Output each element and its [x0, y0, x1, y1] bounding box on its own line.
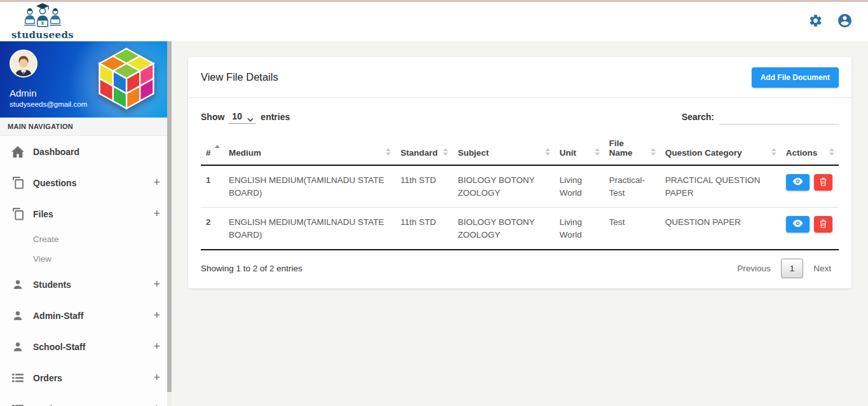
- col-header-question-category[interactable]: Question Category: [660, 133, 781, 165]
- cell-medium: ENGLISH MEDIUM(TAMILNADU STATE BOARD): [224, 208, 395, 250]
- trash-icon: [819, 219, 827, 230]
- copy-icon: [11, 177, 25, 189]
- col-header-num[interactable]: #: [201, 133, 224, 165]
- expand-plus-icon: +: [153, 176, 160, 189]
- sort-icons: [443, 148, 448, 156]
- top-bar: studuseeds: [0, 2, 868, 41]
- person-icon: [11, 310, 25, 321]
- sidebar-item-students[interactable]: Students +: [0, 269, 172, 300]
- col-header-file-name[interactable]: File Name: [604, 133, 660, 165]
- search-input[interactable]: [719, 109, 839, 125]
- sidebar: Admin studyseeds@gmail.com MAIN NAVIGATI…: [0, 41, 172, 406]
- expand-plus-icon: +: [153, 340, 160, 353]
- sidebar-item-admin-staff[interactable]: Admin-Staff +: [0, 300, 172, 331]
- sidebar-item-dashboard[interactable]: Dashboard: [0, 136, 172, 167]
- logo-text: studuseeds: [11, 29, 74, 41]
- delete-row-button[interactable]: [814, 174, 832, 191]
- expand-plus-icon: +: [153, 371, 160, 384]
- sort-icons: [386, 148, 391, 156]
- copy-icon: [11, 208, 25, 220]
- home-icon: [11, 146, 25, 158]
- cell-unit: Living World: [555, 165, 604, 208]
- cell-subject: BIOLOGY BOTONY ZOOLOGY: [452, 165, 554, 208]
- logo-icon: [22, 3, 64, 30]
- topbar-actions: [808, 13, 853, 30]
- page-length-select[interactable]: 10: [229, 110, 256, 124]
- page-1-button[interactable]: 1: [781, 259, 804, 278]
- page-title: View File Details: [201, 71, 278, 83]
- gear-icon: [808, 13, 823, 30]
- view-file-details-card: View File Details Add File Document Show…: [188, 57, 851, 288]
- view-row-button[interactable]: [786, 174, 810, 191]
- sort-icons: [651, 148, 656, 156]
- sort-icons: [545, 148, 550, 156]
- expand-plus-icon: +: [153, 402, 160, 406]
- col-header-unit[interactable]: Unit: [555, 133, 604, 165]
- account-circle-icon: [837, 13, 853, 30]
- sort-icons: [829, 148, 834, 156]
- table-footer: Showing 1 to 2 of 2 entries Previous 1 N…: [201, 250, 839, 288]
- cell-standard: 11th STD: [395, 165, 452, 208]
- pagination: Previous 1 Next: [729, 259, 839, 278]
- sort-icons: [771, 148, 776, 156]
- page-length-control: Show 10 entries: [201, 110, 290, 124]
- account-button[interactable]: [837, 13, 853, 30]
- next-page-button[interactable]: Next: [806, 259, 839, 278]
- sidebar-item-files[interactable]: Files +: [0, 198, 172, 229]
- person-icon: [11, 341, 25, 353]
- nav-section-label: MAIN NAVIGATION: [0, 118, 172, 136]
- table-header-row: # Medium Standard: [201, 133, 839, 165]
- eye-icon: [792, 177, 803, 187]
- sidebar-subitem-view[interactable]: View: [0, 249, 172, 269]
- col-header-standard[interactable]: Standard: [395, 133, 452, 165]
- sidebar-nav: Dashboard Questions + Files +: [0, 136, 172, 406]
- expand-plus-icon: +: [153, 278, 160, 291]
- col-header-subject[interactable]: Subject: [452, 133, 554, 165]
- profile-name: Admin: [10, 88, 162, 98]
- avatar: [10, 50, 37, 78]
- show-label: Show: [201, 112, 224, 122]
- cell-file-name: Practical-Test: [604, 165, 660, 208]
- add-file-document-button[interactable]: Add File Document: [752, 67, 839, 88]
- search-control: Search:: [682, 109, 839, 125]
- sidebar-item-settings[interactable]: Settings +: [0, 393, 172, 406]
- expand-plus-icon: +: [153, 207, 160, 220]
- table-row: 1 ENGLISH MEDIUM(TAMILNADU STATE BOARD) …: [201, 165, 839, 208]
- person-icon: [11, 279, 25, 290]
- eye-icon: [792, 219, 803, 229]
- table-info: Showing 1 to 2 of 2 entries: [201, 264, 302, 273]
- entries-label: entries: [261, 112, 290, 122]
- view-row-button[interactable]: [786, 216, 810, 233]
- cell-file-name: Test: [604, 208, 660, 250]
- list-icon: [11, 404, 25, 406]
- sidebar-item-orders[interactable]: Orders +: [0, 362, 172, 393]
- settings-button[interactable]: [808, 13, 823, 30]
- table-controls: Show 10 entries Search:: [201, 109, 839, 125]
- files-table: # Medium Standard: [201, 133, 839, 250]
- card-header: View File Details Add File Document: [188, 57, 851, 98]
- cell-subject: BIOLOGY BOTONY ZOOLOGY: [452, 208, 554, 250]
- cell-unit: Living World: [555, 208, 604, 250]
- sort-icons: [595, 148, 600, 156]
- main-content: View File Details Add File Document Show…: [172, 41, 868, 406]
- search-label: Search:: [682, 112, 714, 122]
- trash-icon: [819, 177, 827, 188]
- profile-banner: Admin studyseeds@gmail.com: [0, 41, 172, 118]
- row-actions: [786, 216, 834, 233]
- sidebar-scrollbar-thumb[interactable]: [167, 41, 172, 392]
- sidebar-item-questions[interactable]: Questions +: [0, 167, 172, 198]
- list-icon: [11, 373, 25, 383]
- sidebar-item-school-staff[interactable]: School-Staff +: [0, 331, 172, 362]
- logo-link[interactable]: studuseeds: [11, 3, 74, 41]
- sidebar-subitem-create[interactable]: Create: [0, 229, 172, 249]
- table-row: 2 ENGLISH MEDIUM(TAMILNADU STATE BOARD) …: [201, 208, 839, 250]
- previous-page-button[interactable]: Previous: [729, 259, 778, 278]
- col-header-actions[interactable]: Actions: [781, 133, 839, 165]
- cell-medium: ENGLISH MEDIUM(TAMILNADU STATE BOARD): [224, 165, 395, 208]
- sort-asc-icon: [215, 145, 220, 148]
- cell-standard: 11th STD: [395, 208, 452, 250]
- col-header-medium[interactable]: Medium: [224, 133, 395, 165]
- sidebar-scrollbar-track[interactable]: [167, 41, 172, 406]
- delete-row-button[interactable]: [814, 216, 832, 233]
- cell-question-category: PRACTICAL QUESTION PAPER: [660, 165, 781, 208]
